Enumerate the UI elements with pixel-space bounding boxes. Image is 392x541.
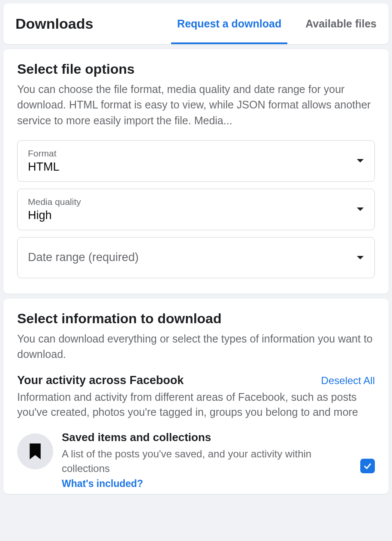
date-range-select[interactable]: Date range (required): [17, 237, 375, 278]
media-quality-value: High: [28, 209, 81, 222]
page-title: Downloads: [15, 3, 93, 44]
download-item-description: A list of the posts you've saved, and yo…: [62, 447, 352, 475]
tab-request-download[interactable]: Request a download: [165, 3, 293, 44]
media-quality-select[interactable]: Media quality High: [17, 189, 375, 230]
chevron-down-icon: [356, 158, 364, 163]
activity-title: Your activity across Facebook: [17, 374, 184, 387]
activity-header-row: Your activity across Facebook Deselect A…: [17, 374, 375, 387]
select-info-description: You can download everything or select th…: [17, 331, 375, 362]
file-options-card: Select file options You can choose the f…: [3, 49, 389, 294]
format-select[interactable]: Format HTML: [17, 140, 375, 182]
select-info-card: Select information to download You can d…: [3, 299, 389, 494]
media-quality-label: Media quality: [28, 197, 81, 207]
format-value: HTML: [28, 160, 60, 174]
file-options-description: You can choose the file format, media qu…: [17, 81, 375, 128]
select-info-title: Select information to download: [17, 311, 375, 327]
bookmark-icon: [17, 433, 53, 469]
chevron-down-icon: [356, 207, 364, 212]
deselect-all-button[interactable]: Deselect All: [321, 375, 375, 387]
download-item-row: Saved items and collections A list of th…: [17, 431, 375, 490]
header-card: Downloads Request a download Available f…: [3, 3, 389, 44]
file-options-title: Select file options: [17, 61, 375, 77]
tab-label: Available files: [305, 18, 377, 30]
download-item-title: Saved items and collections: [62, 431, 352, 444]
tab-label: Request a download: [177, 18, 281, 30]
date-range-placeholder: Date range (required): [28, 251, 139, 264]
download-item-body: Saved items and collections A list of th…: [62, 431, 352, 490]
chevron-down-icon: [356, 255, 364, 260]
format-label: Format: [28, 148, 60, 159]
download-item-checkbox[interactable]: [360, 459, 375, 473]
tab-available-files[interactable]: Available files: [293, 3, 389, 44]
activity-description: Information and activity from different …: [17, 390, 375, 420]
whats-included-link[interactable]: What's included?: [62, 478, 352, 490]
tabs: Request a download Available files: [165, 3, 389, 44]
